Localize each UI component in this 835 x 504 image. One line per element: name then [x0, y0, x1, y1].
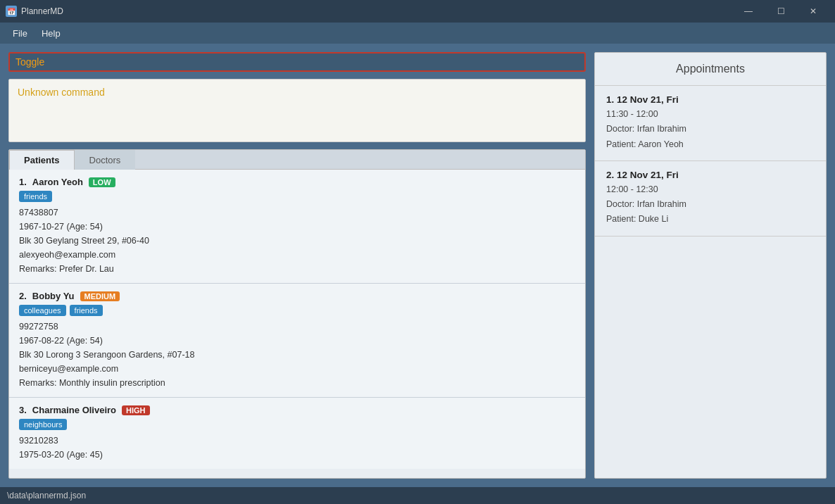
patient-name: Aaron Yeoh — [32, 177, 83, 187]
patient-detail-line: 1975-03-20 (Age: 45) — [19, 448, 575, 462]
patient-tag: neighbours — [19, 419, 67, 430]
appointments-list: 1. 12 Nov 21, Fri11:30 - 12:00Doctor: Ir… — [595, 86, 826, 237]
patient-card: 3.Charmaine OliveiroHIGHneighbours932102… — [9, 398, 585, 469]
patient-number: 2. — [19, 291, 27, 301]
maximize-button[interactable]: ☐ — [765, 0, 797, 23]
appointment-detail-line: Patient: Duke Li — [606, 212, 815, 227]
tabs-row: Patients Doctors — [9, 150, 585, 170]
patient-card: 1.Aaron YeohLOWfriends874388071967-10-27… — [9, 170, 585, 284]
appointment-card: 2. 12 Nov 21, Fri12:00 - 12:30Doctor: Ir… — [595, 161, 826, 237]
patient-detail-line: 1967-10-27 (Age: 54) — [19, 220, 575, 234]
patient-detail-line: Blk 30 Geylang Street 29, #06-40 — [19, 234, 575, 248]
appointment-details: 12:00 - 12:30Doctor: Irfan IbrahimPatien… — [606, 182, 815, 227]
title-bar-controls: — ☐ ✕ — [732, 0, 829, 23]
appointment-detail-line: Doctor: Irfan Ibrahim — [606, 197, 815, 212]
tab-doctors[interactable]: Doctors — [75, 150, 136, 170]
patient-detail-line: 1967-08-22 (Age: 54) — [19, 334, 575, 348]
patient-detail-line: 93210283 — [19, 434, 575, 448]
app-title: PlannerMD — [21, 6, 63, 16]
output-area: Unknown command — [8, 79, 586, 142]
menu-file[interactable]: File — [6, 25, 34, 42]
patient-card: 2.Bobby YuMEDIUMcolleaguesfriends9927275… — [9, 284, 585, 398]
patient-detail-line: 99272758 — [19, 320, 575, 334]
right-panel: Appointments 1. 12 Nov 21, Fri11:30 - 12… — [594, 52, 827, 479]
patient-details: 932102831975-03-20 (Age: 45) — [19, 434, 575, 462]
patient-number: 1. — [19, 177, 27, 187]
app-icon: 📅 — [6, 6, 17, 17]
patient-details: 992727581967-08-22 (Age: 54)Blk 30 Loron… — [19, 320, 575, 390]
appointment-detail-line: 11:30 - 12:00 — [606, 107, 815, 122]
menu-bar: File Help — [0, 23, 835, 44]
patient-detail-line: berniceyu@example.com — [19, 362, 575, 376]
minimize-button[interactable]: — — [732, 0, 765, 23]
tag-row: colleaguesfriends — [19, 305, 575, 316]
close-button[interactable]: ✕ — [797, 0, 829, 23]
patient-name: Bobby Yu — [32, 291, 75, 301]
tab-patients[interactable]: Patients — [9, 150, 75, 170]
patient-details: 874388071967-10-27 (Age: 54)Blk 30 Geyla… — [19, 206, 575, 276]
appointment-detail-line: Patient: Aaron Yeoh — [606, 137, 815, 152]
patient-detail-line: Remarks: Prefer Dr. Lau — [19, 262, 575, 276]
appointment-header: 2. 12 Nov 21, Fri — [606, 170, 815, 180]
appointments-header: Appointments — [595, 53, 826, 86]
output-message: Unknown command — [18, 87, 105, 98]
patient-detail-line: alexyeoh@example.com — [19, 248, 575, 262]
status-bar: \data\plannermd.json — [0, 487, 835, 504]
patient-tag: friends — [19, 191, 52, 202]
menu-help[interactable]: Help — [34, 25, 68, 42]
command-input-wrapper — [8, 52, 586, 72]
patient-tag: friends — [70, 305, 103, 316]
patient-list[interactable]: 1.Aaron YeohLOWfriends874388071967-10-27… — [9, 170, 585, 478]
appointment-header: 1. 12 Nov 21, Fri — [606, 94, 815, 105]
appointment-details: 11:30 - 12:00Doctor: Irfan IbrahimPatien… — [606, 107, 815, 152]
patient-number: 3. — [19, 405, 27, 415]
risk-badge: LOW — [89, 177, 115, 187]
list-panel: Patients Doctors 1.Aaron YeohLOWfriends8… — [8, 149, 586, 479]
risk-badge: HIGH — [122, 405, 150, 415]
title-bar: 📅 PlannerMD — ☐ ✕ — [0, 0, 835, 23]
appointment-card: 1. 12 Nov 21, Fri11:30 - 12:00Doctor: Ir… — [595, 86, 826, 161]
appointment-detail-line: Doctor: Irfan Ibrahim — [606, 122, 815, 137]
patient-name: Charmaine Oliveiro — [32, 405, 116, 415]
status-path: \data\plannermd.json — [7, 491, 86, 500]
left-panel: Unknown command Patients Doctors 1.Aaron… — [8, 52, 586, 479]
title-bar-left: 📅 PlannerMD — [6, 6, 63, 17]
patient-detail-line: Blk 30 Lorong 3 Serangoon Gardens, #07-1… — [19, 348, 575, 362]
tag-row: friends — [19, 191, 575, 202]
patient-detail-line: 87438807 — [19, 206, 575, 220]
appointment-detail-line: 12:00 - 12:30 — [606, 182, 815, 197]
tag-row: neighbours — [19, 419, 575, 430]
risk-badge: MEDIUM — [80, 291, 120, 301]
patient-tag: colleagues — [19, 305, 66, 316]
command-input[interactable] — [15, 56, 579, 68]
main-content: Unknown command Patients Doctors 1.Aaron… — [0, 44, 835, 487]
patient-detail-line: Remarks: Monthly insulin prescription — [19, 376, 575, 390]
